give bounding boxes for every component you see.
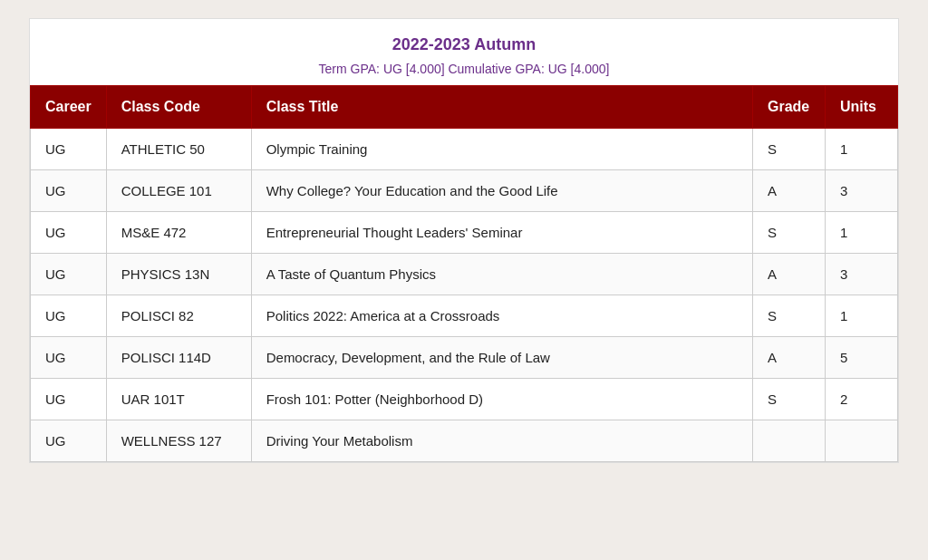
table-row: UGUAR 101TFrosh 101: Potter (Neighborhoo… bbox=[31, 379, 898, 420]
cell-career: UG bbox=[31, 170, 107, 212]
cell-code: MS&E 472 bbox=[106, 212, 251, 254]
table-row: UGATHLETIC 50Olympic TrainingS1 bbox=[31, 129, 898, 170]
cell-title: Olympic Training bbox=[251, 129, 752, 170]
cell-code: ATHLETIC 50 bbox=[106, 129, 251, 170]
col-header-units: Units bbox=[826, 86, 898, 129]
term-title: 2022-2023 Autumn bbox=[39, 35, 889, 54]
cell-code: WELLNESS 127 bbox=[106, 420, 251, 462]
cell-code: UAR 101T bbox=[106, 379, 251, 420]
cell-career: UG bbox=[31, 212, 107, 254]
cell-title: Why College? Your Education and the Good… bbox=[251, 170, 752, 212]
header-section: 2022-2023 Autumn Term GPA: UG [4.000] Cu… bbox=[30, 19, 898, 85]
col-header-grade: Grade bbox=[753, 86, 826, 129]
table-header-row: Career Class Code Class Title Grade Unit… bbox=[31, 86, 898, 129]
cell-units: 3 bbox=[826, 254, 898, 295]
cell-grade: A bbox=[753, 254, 826, 295]
cell-grade: S bbox=[753, 379, 826, 420]
table-row: UGPOLISCI 114DDemocracy, Development, an… bbox=[31, 337, 898, 379]
cell-title: A Taste of Quantum Physics bbox=[251, 254, 752, 295]
cell-code: COLLEGE 101 bbox=[106, 170, 251, 212]
cell-career: UG bbox=[31, 420, 107, 462]
cell-units bbox=[826, 420, 898, 462]
cell-grade: S bbox=[753, 295, 826, 337]
table-row: UGMS&E 472Entrepreneurial Thought Leader… bbox=[31, 212, 898, 254]
cell-grade: A bbox=[753, 337, 826, 379]
col-header-career: Career bbox=[31, 86, 107, 129]
cell-units: 1 bbox=[826, 295, 898, 337]
cell-career: UG bbox=[31, 129, 107, 170]
cell-title: Democracy, Development, and the Rule of … bbox=[251, 337, 752, 379]
cell-career: UG bbox=[31, 379, 107, 420]
table-row: UGCOLLEGE 101Why College? Your Education… bbox=[31, 170, 898, 212]
cell-grade: S bbox=[753, 129, 826, 170]
cell-grade bbox=[753, 420, 826, 462]
cell-career: UG bbox=[31, 295, 107, 337]
gpa-line: Term GPA: UG [4.000] Cumulative GPA: UG … bbox=[39, 62, 889, 76]
cell-grade: S bbox=[753, 212, 826, 254]
main-container: 2022-2023 Autumn Term GPA: UG [4.000] Cu… bbox=[29, 18, 899, 463]
cell-title: Driving Your Metabolism bbox=[251, 420, 752, 462]
cell-units: 3 bbox=[826, 170, 898, 212]
cell-code: POLISCI 82 bbox=[106, 295, 251, 337]
cell-code: PHYSICS 13N bbox=[106, 254, 251, 295]
cell-grade: A bbox=[753, 170, 826, 212]
cell-title: Frosh 101: Potter (Neighborhood D) bbox=[251, 379, 752, 420]
cell-units: 5 bbox=[826, 337, 898, 379]
cell-title: Entrepreneurial Thought Leaders' Seminar bbox=[251, 212, 752, 254]
cell-code: POLISCI 114D bbox=[106, 337, 251, 379]
cell-units: 2 bbox=[826, 379, 898, 420]
table-row: UGPOLISCI 82Politics 2022: America at a … bbox=[31, 295, 898, 337]
cell-career: UG bbox=[31, 337, 107, 379]
cell-units: 1 bbox=[826, 129, 898, 170]
cell-career: UG bbox=[31, 254, 107, 295]
cell-units: 1 bbox=[826, 212, 898, 254]
table-row: UGWELLNESS 127Driving Your Metabolism bbox=[31, 420, 898, 462]
cell-title: Politics 2022: America at a Crossroads bbox=[251, 295, 752, 337]
col-header-title: Class Title bbox=[251, 86, 752, 129]
grades-table: Career Class Code Class Title Grade Unit… bbox=[30, 85, 898, 462]
col-header-code: Class Code bbox=[106, 86, 251, 129]
table-row: UGPHYSICS 13NA Taste of Quantum PhysicsA… bbox=[31, 254, 898, 295]
